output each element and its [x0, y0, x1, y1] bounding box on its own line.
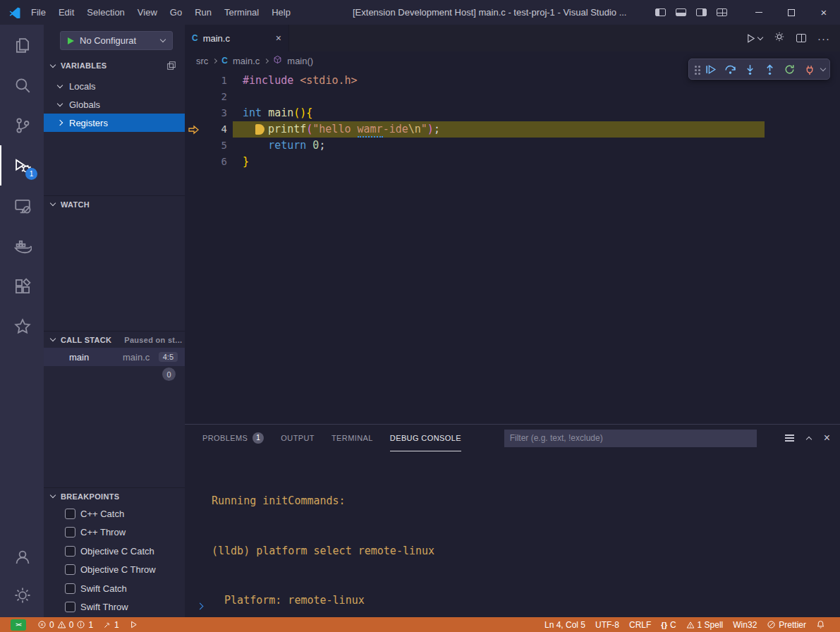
breakpoint-row[interactable]: C++ Throw	[44, 523, 185, 541]
split-editor-icon[interactable]	[796, 34, 806, 42]
menu-go[interactable]: Go	[164, 0, 188, 25]
toggle-sidebar-icon[interactable]	[655, 8, 666, 16]
explorer-icon[interactable]	[0, 25, 44, 65]
gutter-glyph[interactable]	[185, 138, 203, 154]
customize-layout-icon[interactable]	[717, 8, 727, 16]
settings-gear-icon[interactable]	[0, 576, 44, 614]
breadcrumb-symbol[interactable]: main()	[287, 56, 313, 66]
chevron-down-icon[interactable]	[820, 65, 826, 71]
breakpoint-row[interactable]: Swift Catch	[44, 579, 185, 597]
debug-status[interactable]	[129, 620, 138, 629]
tab-main-c[interactable]: C main.c ×	[185, 25, 289, 51]
console-output-lines-icon[interactable]	[785, 437, 794, 439]
breakpoint-row[interactable]: Objective C Catch	[44, 542, 185, 560]
step-into-button[interactable]	[741, 60, 759, 78]
menu-edit[interactable]: Edit	[52, 0, 80, 25]
breakpoint-checkbox[interactable]	[65, 564, 75, 575]
close-panel-icon[interactable]: ×	[824, 432, 830, 444]
gutter-glyph[interactable]	[185, 89, 203, 105]
code-line-2[interactable]: 2	[185, 89, 840, 105]
inline-breakpoint-marker-icon[interactable]	[255, 124, 264, 135]
variables-scope-registers[interactable]: Registers	[44, 114, 185, 132]
code-editor[interactable]: 1 #include <stdio.h> 2 3 int main(){	[185, 70, 840, 424]
breadcrumb-folder[interactable]: src	[196, 56, 208, 66]
variables-section-header[interactable]: VARIABLES	[44, 57, 185, 74]
maximize-button[interactable]	[775, 0, 808, 25]
console-input[interactable]	[197, 599, 202, 612]
code-line-3[interactable]: 3 int main(){	[185, 105, 840, 121]
code-line-6[interactable]: 6 }	[185, 154, 840, 170]
launch-config-dropdown[interactable]: No Configurat	[60, 31, 173, 50]
panel-copy-icon[interactable]	[166, 61, 176, 71]
menu-run[interactable]: Run	[188, 0, 218, 25]
chevron-down-icon	[160, 37, 166, 42]
line-number: 1	[203, 73, 227, 89]
code-line-4[interactable]: 4 printf("hello wamr-ide\n");	[185, 121, 840, 138]
step-out-button[interactable]	[760, 60, 779, 78]
tools-status[interactable]: 1	[103, 620, 119, 630]
gutter-glyph[interactable]	[185, 73, 203, 89]
chevron-down-icon	[57, 82, 63, 87]
watch-section-header[interactable]: WATCH	[44, 195, 185, 212]
code-token: \n	[408, 121, 421, 138]
tab-close-icon[interactable]: ×	[276, 32, 281, 44]
step-over-button[interactable]	[721, 60, 739, 78]
gutter-glyph[interactable]	[185, 154, 203, 170]
breakpoint-row[interactable]: Swift Throw	[44, 597, 185, 616]
menu-view[interactable]: View	[131, 0, 164, 25]
tab-debug-console[interactable]: DEBUG CONSOLE	[390, 425, 461, 451]
docker-icon[interactable]	[0, 226, 44, 266]
extensions-icon[interactable]	[0, 266, 44, 306]
run-file-button[interactable]	[745, 33, 762, 44]
gutter-glyph[interactable]	[185, 105, 203, 121]
editor-settings-gear-icon[interactable]	[774, 31, 785, 45]
toggle-panel-icon[interactable]	[676, 8, 686, 16]
breakpoint-checkbox[interactable]	[65, 527, 75, 537]
tab-problems[interactable]: PROBLEMS 1	[202, 425, 264, 451]
start-debug-icon[interactable]	[68, 37, 74, 44]
favorites-star-icon[interactable]	[0, 306, 44, 346]
stack-frame-row[interactable]: main main.c 4:5	[44, 348, 185, 366]
menu-help[interactable]: Help	[265, 0, 297, 25]
code-line-5[interactable]: 5 return 0;	[185, 138, 840, 154]
toggle-secondary-sidebar-icon[interactable]	[696, 8, 707, 16]
run-debug-icon[interactable]: 1	[0, 145, 44, 186]
call-stack-section-header[interactable]: CALL STACK Paused on st...	[44, 331, 185, 348]
maximize-panel-icon[interactable]	[805, 436, 811, 442]
breakpoint-checkbox[interactable]	[65, 583, 75, 594]
breakpoint-label: Objective C Catch	[80, 546, 154, 557]
breakpoint-checkbox[interactable]	[65, 546, 75, 557]
console-filter-input[interactable]	[504, 430, 757, 447]
variables-scope-globals[interactable]: Globals	[44, 95, 185, 114]
breakpoint-checkbox[interactable]	[65, 509, 75, 519]
breakpoints-section-header[interactable]: BREAKPOINTS	[44, 487, 185, 504]
search-icon[interactable]	[0, 65, 44, 105]
tab-terminal[interactable]: TERMINAL	[331, 425, 373, 451]
watch-section-title: WATCH	[61, 200, 90, 209]
drag-handle-icon[interactable]	[695, 66, 697, 68]
window-controls: ×	[655, 0, 840, 25]
menu-terminal[interactable]: Terminal	[218, 0, 265, 25]
breakpoint-row[interactable]: C++ Catch	[44, 504, 185, 523]
accounts-icon[interactable]	[0, 538, 44, 576]
continue-button[interactable]	[701, 60, 719, 78]
source-control-icon[interactable]	[0, 105, 44, 145]
remote-indicator[interactable]: ><	[11, 619, 28, 631]
disconnect-button[interactable]	[800, 60, 818, 78]
breakpoint-checkbox[interactable]	[65, 602, 75, 612]
variables-scope-locals[interactable]: Locals	[44, 77, 185, 95]
restart-button[interactable]	[780, 60, 798, 78]
tab-output[interactable]: OUTPUT	[281, 425, 315, 451]
menu-file[interactable]: File	[25, 0, 52, 25]
breakpoint-row[interactable]: Objective C Throw	[44, 560, 185, 578]
debug-current-line-arrow-icon[interactable]	[185, 121, 203, 138]
close-button[interactable]: ×	[808, 0, 840, 25]
remote-explorer-icon[interactable]	[0, 186, 44, 226]
breakpoint-label: Objective C Throw	[80, 564, 156, 575]
more-actions-icon[interactable]: ···	[817, 32, 830, 44]
scope-label: Locals	[69, 81, 96, 92]
minimize-button[interactable]	[743, 0, 775, 25]
menu-selection[interactable]: Selection	[80, 0, 130, 25]
breadcrumb-file[interactable]: main.c	[233, 56, 260, 66]
problems-status[interactable]: 0 0 1	[37, 620, 93, 630]
